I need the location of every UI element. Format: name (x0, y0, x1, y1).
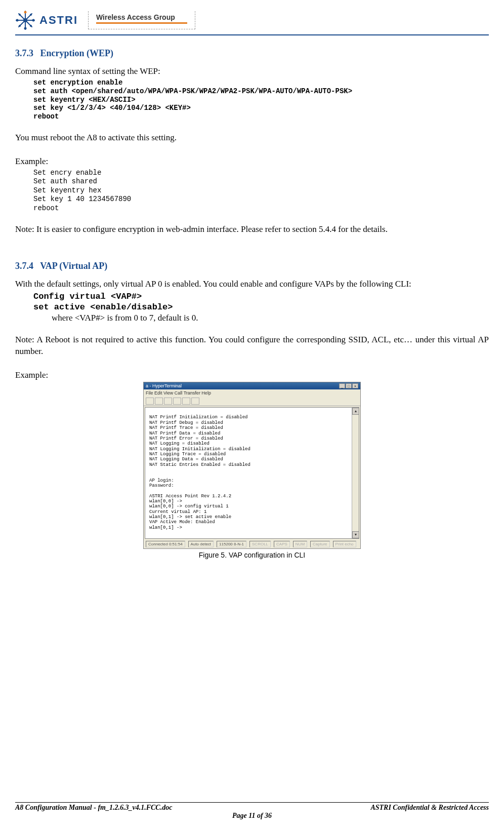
section-heading-vap: 3.7.4 VAP (Virtual AP) (15, 261, 489, 271)
tool-button[interactable] (182, 398, 190, 405)
body-text: With the default settings, only virtual … (15, 279, 489, 290)
tool-button[interactable] (146, 398, 154, 405)
figure-caption: Figure 5. VAP configuration in CLI (15, 551, 489, 559)
example-label: Example: (15, 156, 489, 168)
section-title: Encryption (WEP) (40, 48, 114, 58)
status-connected: Connected 0:51:54 (146, 541, 185, 547)
page-footer: A8 Configuration Manual - fm_1.2.6.3_v4.… (15, 802, 489, 820)
tool-button[interactable] (191, 398, 199, 405)
section-title: VAP (Virtual AP) (40, 261, 107, 271)
code-block: set encryption enable set auth <open/sha… (33, 78, 489, 121)
scroll-down-icon[interactable]: ▼ (352, 531, 359, 538)
svg-point-2 (32, 19, 35, 22)
window-title: a - HyperTerminal (146, 383, 182, 388)
svg-point-8 (19, 14, 21, 16)
svg-point-1 (24, 11, 27, 14)
body-text: You must reboot the A8 to activate this … (15, 132, 489, 144)
tool-button[interactable] (164, 398, 172, 405)
status-bar: Connected 0:51:54 Auto detect 115200 8-N… (144, 540, 360, 548)
body-text: Command line syntax of setting the WEP: (15, 66, 489, 77)
section-number: 3.7.4 (15, 261, 33, 271)
hyperterminal-window: a - HyperTerminal _ □ × File Edit View C… (143, 382, 361, 549)
terminal-output: NAT Printf Initialization = disabled NAT… (147, 410, 357, 536)
note-text: Note: It is easier to configure encrypti… (15, 224, 489, 235)
orange-divider (96, 22, 187, 24)
svg-point-4 (16, 19, 19, 22)
status-num: NUM (293, 541, 307, 547)
status-scroll: SCROLL (249, 541, 271, 547)
astri-logo-icon (15, 10, 35, 30)
header-group-title: Wireless Access Group (96, 13, 187, 21)
footer-right: ASTRI Confidential & Restricted Access (370, 804, 489, 812)
code-block: Config virtual <VAP#> set active <enable… (33, 291, 489, 313)
footer-left: A8 Configuration Manual - fm_1.2.6.3_v4.… (15, 804, 172, 812)
svg-point-6 (30, 25, 32, 27)
example-code: Set encry enable Set auth shared Set key… (33, 169, 489, 213)
status-baud: 115200 8-N-1 (217, 541, 246, 547)
scrollbar[interactable]: ▲ ▼ (352, 408, 359, 538)
logo: ASTRI (15, 10, 78, 30)
status-capture: Capture (310, 541, 329, 547)
footer-page-number: Page 11 of 36 (15, 812, 489, 820)
tool-button[interactable] (173, 398, 181, 405)
section-heading-encryption: 3.7.3 Encryption (WEP) (15, 48, 489, 59)
tool-button[interactable] (155, 398, 163, 405)
logo-text: ASTRI (39, 14, 78, 27)
note-text: Note: A Reboot is not required to active… (15, 334, 489, 358)
close-icon[interactable]: × (352, 383, 358, 388)
example-label: Example: (15, 370, 489, 381)
status-caps: CAPS (274, 541, 290, 547)
toolbar (144, 397, 360, 406)
svg-point-7 (19, 25, 21, 27)
menu-bar[interactable]: File Edit View Call Transfer Help (144, 389, 360, 397)
status-autodetect: Auto detect (188, 541, 214, 547)
where-note: where <VAP#> is from 0 to 7, default is … (52, 313, 489, 323)
status-printecho: Print echo (333, 541, 356, 547)
window-titlebar: a - HyperTerminal _ □ × (144, 382, 360, 389)
svg-point-5 (30, 14, 32, 16)
maximize-icon[interactable]: □ (346, 383, 352, 388)
header-group-box: Wireless Access Group (88, 11, 195, 29)
scroll-up-icon[interactable]: ▲ (352, 408, 359, 415)
svg-point-3 (24, 27, 27, 30)
page-header: ASTRI Wireless Access Group (15, 10, 489, 35)
section-number: 3.7.3 (15, 48, 33, 58)
terminal-figure: a - HyperTerminal _ □ × File Edit View C… (15, 382, 489, 559)
minimize-icon[interactable]: _ (339, 383, 345, 388)
